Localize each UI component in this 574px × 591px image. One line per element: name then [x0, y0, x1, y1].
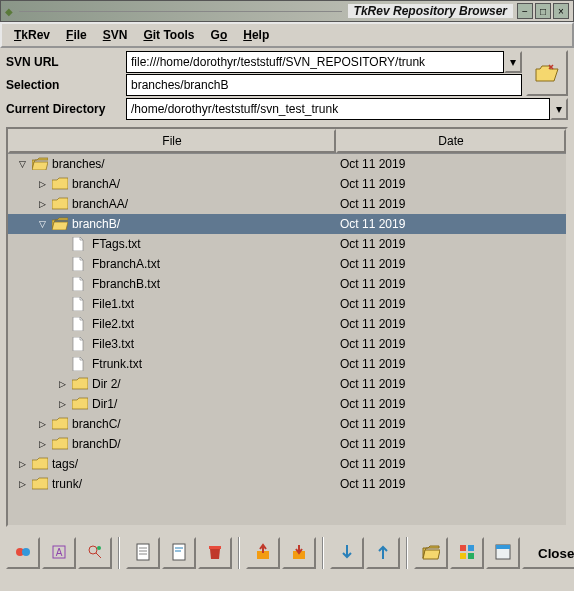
- arrow-up-button[interactable]: [366, 537, 400, 569]
- document-icon: [72, 357, 88, 371]
- tree-header: File Date: [8, 129, 566, 154]
- minimize-button[interactable]: −: [517, 3, 533, 19]
- arrow-down-button[interactable]: [330, 537, 364, 569]
- tree-row[interactable]: File1.txtOct 11 2019: [8, 294, 566, 314]
- svg-rect-14: [209, 546, 221, 549]
- svn-url-input[interactable]: [126, 51, 504, 73]
- menu-git-tools[interactable]: Git Tools: [137, 26, 200, 44]
- expand-toggle[interactable]: ▷: [16, 459, 28, 469]
- close-window-button[interactable]: ×: [553, 3, 569, 19]
- file-date: Oct 11 2019: [336, 377, 566, 391]
- tree-row[interactable]: Ftrunk.txtOct 11 2019: [8, 354, 566, 374]
- tree-row[interactable]: ▽branches/Oct 11 2019: [8, 154, 566, 174]
- tree-row[interactable]: ▷branchA/Oct 11 2019: [8, 174, 566, 194]
- column-date[interactable]: Date: [336, 129, 566, 153]
- column-file[interactable]: File: [8, 129, 336, 153]
- document-icon: [72, 337, 88, 351]
- file-name: branches/: [52, 157, 105, 171]
- arrow-up-icon: [375, 543, 391, 564]
- menu-go[interactable]: Go: [205, 26, 234, 44]
- tree-row[interactable]: ▷branchAA/Oct 11 2019: [8, 194, 566, 214]
- file-view-button[interactable]: [126, 537, 160, 569]
- maximize-button[interactable]: □: [535, 3, 551, 19]
- file-name: branchB/: [72, 217, 120, 231]
- search-tree-icon: [86, 543, 104, 564]
- tree-view[interactable]: File Date ▽branches/Oct 11 2019▷branchA/…: [6, 127, 568, 527]
- export-button[interactable]: [246, 537, 280, 569]
- toolbar-separator: [406, 537, 408, 569]
- tree-row[interactable]: ▷tags/Oct 11 2019: [8, 454, 566, 474]
- expand-toggle[interactable]: ▷: [56, 379, 68, 389]
- tree-row[interactable]: ▷Dir1/Oct 11 2019: [8, 394, 566, 414]
- selection-input[interactable]: [126, 74, 522, 96]
- file-date: Oct 11 2019: [336, 177, 566, 191]
- cwd-input[interactable]: [126, 98, 550, 120]
- pattern-button[interactable]: [450, 537, 484, 569]
- svg-text:A: A: [56, 547, 63, 558]
- file-date: Oct 11 2019: [336, 337, 566, 351]
- tree-row[interactable]: ▷Dir 2/Oct 11 2019: [8, 374, 566, 394]
- folder-open-icon: [422, 544, 440, 563]
- tree-row[interactable]: ▷trunk/Oct 11 2019: [8, 474, 566, 494]
- file-date: Oct 11 2019: [336, 317, 566, 331]
- svg-point-4: [89, 546, 97, 554]
- svg-line-5: [96, 553, 101, 558]
- app-button[interactable]: [486, 537, 520, 569]
- tree-row[interactable]: FbranchB.txtOct 11 2019: [8, 274, 566, 294]
- expand-toggle[interactable]: ▽: [16, 159, 28, 169]
- folder-icon: [52, 417, 68, 431]
- menu-help[interactable]: Help: [237, 26, 275, 44]
- svg-rect-18: [468, 545, 474, 551]
- tree-row[interactable]: ▷branchD/Oct 11 2019: [8, 434, 566, 454]
- tree-row[interactable]: File2.txtOct 11 2019: [8, 314, 566, 334]
- file-name: branchA/: [72, 177, 120, 191]
- menu-tkrev[interactable]: TkRev: [8, 26, 56, 44]
- menubar: TkRev File SVN Git Tools Go Help: [0, 22, 574, 48]
- svn-url-dropdown[interactable]: ▾: [504, 51, 522, 73]
- expand-toggle[interactable]: ▷: [36, 179, 48, 189]
- svg-rect-22: [496, 545, 510, 549]
- cwd-dropdown[interactable]: ▾: [550, 98, 568, 120]
- expand-toggle[interactable]: ▷: [36, 199, 48, 209]
- file-log-button[interactable]: [162, 537, 196, 569]
- folder-icon: [32, 477, 48, 491]
- diff-tool-button[interactable]: [6, 537, 40, 569]
- open-folder-button[interactable]: [526, 50, 568, 96]
- folder-open-button[interactable]: [414, 537, 448, 569]
- file-name: File2.txt: [92, 317, 134, 331]
- menu-file[interactable]: File: [60, 26, 93, 44]
- import-button[interactable]: [282, 537, 316, 569]
- folder-icon: [32, 457, 48, 471]
- file-log-icon: [171, 543, 187, 564]
- file-date: Oct 11 2019: [336, 157, 566, 171]
- menu-svn[interactable]: SVN: [97, 26, 134, 44]
- folder-icon: [32, 157, 48, 171]
- expand-toggle[interactable]: ▷: [36, 439, 48, 449]
- svg-rect-7: [137, 544, 149, 560]
- delete-file-button[interactable]: [198, 537, 232, 569]
- folder-icon: [52, 437, 68, 451]
- expand-toggle[interactable]: ▷: [16, 479, 28, 489]
- delete-file-icon: [206, 543, 224, 564]
- tree-row[interactable]: File3.txtOct 11 2019: [8, 334, 566, 354]
- expand-toggle[interactable]: ▽: [36, 219, 48, 229]
- toolbar: A Close: [0, 531, 574, 573]
- tree-row[interactable]: ▽branchB/Oct 11 2019: [8, 214, 566, 234]
- svg-rect-11: [173, 544, 185, 560]
- toolbar-separator: [118, 537, 120, 569]
- annotate-icon: A: [50, 543, 68, 564]
- close-button[interactable]: Close: [522, 538, 574, 569]
- arrow-down-icon: [339, 543, 355, 564]
- annotate-button[interactable]: A: [42, 537, 76, 569]
- titlebar: ◆ TkRev Repository Browser − □ ×: [0, 0, 574, 22]
- search-tree-button[interactable]: [78, 537, 112, 569]
- expand-toggle[interactable]: ▷: [56, 399, 68, 409]
- tree-row[interactable]: ▷branchC/Oct 11 2019: [8, 414, 566, 434]
- file-date: Oct 11 2019: [336, 437, 566, 451]
- tree-row[interactable]: FbranchA.txtOct 11 2019: [8, 254, 566, 274]
- app-icon: [494, 543, 512, 564]
- folder-icon: [52, 217, 68, 231]
- document-icon: [72, 257, 88, 271]
- expand-toggle[interactable]: ▷: [36, 419, 48, 429]
- tree-row[interactable]: FTags.txtOct 11 2019: [8, 234, 566, 254]
